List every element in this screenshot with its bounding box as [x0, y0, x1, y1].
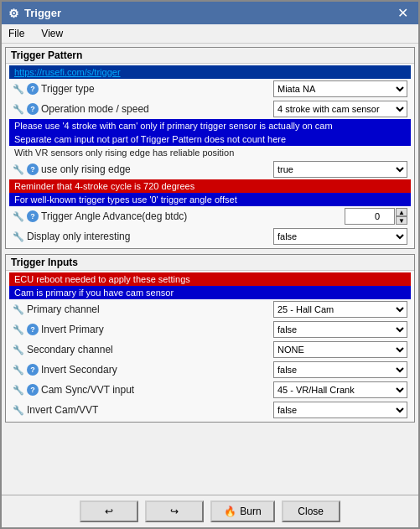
- secondary-channel-spanner-icon: 🔧: [13, 344, 24, 355]
- trigger-angle-label: Trigger Angle Advance(deg btdc): [41, 210, 187, 222]
- footer: ↩ ↪ 🔥 Burn Close: [2, 495, 418, 527]
- trigger-angle-spinner-buttons: ▲ ▼: [396, 208, 407, 225]
- trigger-type-spanner-icon: 🔧: [13, 83, 24, 95]
- trigger-angle-spinner-wrap: ▲ ▼: [345, 208, 407, 225]
- invert-primary-info-icon[interactable]: ?: [27, 324, 39, 335]
- alert-trigger-types: For well-known trigger types use '0' tri…: [9, 193, 411, 206]
- undo-button[interactable]: ↩: [80, 500, 138, 522]
- menu-view[interactable]: View: [38, 26, 66, 41]
- secondary-channel-label: Secondary channel: [27, 344, 113, 355]
- rising-edge-label-group: 🔧 ? use only rising edge: [13, 163, 273, 175]
- invert-cam-spanner-icon: 🔧: [13, 404, 24, 416]
- trigger-angle-info-icon[interactable]: ?: [27, 210, 39, 222]
- primary-channel-label-group: 🔧 Primary channel: [13, 303, 273, 315]
- trigger-angle-row: 🔧 ? Trigger Angle Advance(deg btdc) ▲ ▼: [9, 206, 411, 226]
- operation-mode-label-group: 🔧 ? Operation mode / speed: [13, 103, 273, 115]
- undo-icon: ↩: [105, 506, 113, 517]
- rising-edge-spanner-icon: 🔧: [13, 163, 24, 175]
- redo-icon: ↪: [170, 506, 179, 517]
- cam-sync-spanner-icon: 🔧: [13, 384, 24, 396]
- primary-channel-select[interactable]: 25 - Hall Cam NONE: [273, 301, 407, 318]
- operation-mode-label: Operation mode / speed: [41, 103, 149, 115]
- display-interesting-row: 🔧 Display only interesting false true: [9, 226, 411, 246]
- invert-primary-select[interactable]: false true: [273, 321, 407, 338]
- window-title: Trigger: [24, 7, 61, 19]
- invert-cam-select[interactable]: false true: [273, 402, 407, 418]
- alert-reboot: ECU reboot needed to apply these setting…: [9, 272, 411, 286]
- operation-mode-spanner-icon: 🔧: [13, 103, 24, 115]
- invert-secondary-spanner-icon: 🔧: [13, 364, 24, 376]
- display-interesting-label: Display only interesting: [27, 231, 130, 242]
- rising-edge-row: 🔧 ? use only rising edge true false: [9, 159, 411, 179]
- trigger-inputs-title: Trigger Inputs: [6, 255, 414, 271]
- close-label: Close: [298, 506, 324, 517]
- invert-secondary-row: 🔧 ? Invert Secondary false true: [9, 360, 411, 380]
- burn-label: Burn: [240, 506, 261, 517]
- rising-edge-label: use only rising edge: [41, 163, 131, 175]
- window-icon: ⚙: [8, 7, 19, 20]
- invert-primary-label: Invert Primary: [41, 324, 104, 335]
- invert-primary-spanner-icon: 🔧: [13, 324, 24, 335]
- secondary-channel-row: 🔧 Secondary channel NONE 1: [9, 340, 411, 360]
- menu-file[interactable]: File: [5, 26, 28, 41]
- burn-icon: 🔥: [224, 506, 236, 517]
- alert-cam-primary: Cam is primary if you have cam sensor: [9, 286, 411, 299]
- burn-button[interactable]: 🔥 Burn: [210, 500, 274, 522]
- trigger-link[interactable]: https://rusefi.com/s/trigger: [9, 65, 411, 79]
- menu-bar: File View: [2, 24, 418, 44]
- invert-secondary-select[interactable]: false true: [273, 361, 407, 378]
- cam-sync-row: 🔧 ? Cam Sync/VVT input 45 - VR/Hall Cran…: [9, 380, 411, 400]
- trigger-angle-up-button[interactable]: ▲: [396, 208, 407, 216]
- cam-sync-label-group: 🔧 ? Cam Sync/VVT input: [13, 384, 273, 396]
- trigger-type-info-icon[interactable]: ?: [27, 83, 39, 95]
- invert-primary-label-group: 🔧 ? Invert Primary: [13, 324, 273, 335]
- display-interesting-select[interactable]: false true: [273, 228, 407, 245]
- invert-secondary-label: Invert Secondary: [41, 364, 117, 376]
- invert-secondary-label-group: 🔧 ? Invert Secondary: [13, 364, 273, 376]
- trigger-angle-spanner-icon: 🔧: [13, 210, 24, 222]
- operation-mode-info-icon[interactable]: ?: [27, 103, 39, 115]
- rising-edge-info-icon[interactable]: ?: [27, 163, 39, 175]
- cam-sync-info-icon[interactable]: ?: [27, 384, 39, 396]
- trigger-type-row: 🔧 ? Trigger type Miata NA 1+1 60-2 36-1: [9, 79, 411, 99]
- title-bar-left: ⚙ Trigger: [8, 7, 61, 20]
- primary-channel-row: 🔧 Primary channel 25 - Hall Cam NONE: [9, 299, 411, 319]
- content-area: Trigger Pattern https://rusefi.com/s/tri…: [2, 44, 418, 495]
- invert-cam-row: 🔧 Invert Cam/VVT false true: [9, 400, 411, 420]
- invert-primary-row: 🔧 ? Invert Primary false true: [9, 319, 411, 340]
- rising-edge-select[interactable]: true false: [273, 161, 407, 178]
- title-bar: ⚙ Trigger ✕: [2, 2, 418, 24]
- info-vr-sensors: With VR sensors only rising edge has rel…: [9, 146, 411, 159]
- invert-secondary-info-icon[interactable]: ?: [27, 364, 39, 376]
- secondary-channel-label-group: 🔧 Secondary channel: [13, 344, 273, 355]
- cam-sync-label: Cam Sync/VVT input: [41, 384, 134, 396]
- display-interesting-spanner-icon: 🔧: [13, 231, 24, 242]
- invert-cam-label: Invert Cam/VVT: [27, 404, 98, 416]
- trigger-angle-input[interactable]: [345, 208, 395, 225]
- trigger-angle-down-button[interactable]: ▼: [396, 216, 407, 225]
- operation-mode-row: 🔧 ? Operation mode / speed 4 stroke with…: [9, 99, 411, 119]
- alert-720: Reminder that 4-stroke cycle is 720 degr…: [9, 179, 411, 193]
- close-button[interactable]: Close: [282, 500, 340, 522]
- operation-mode-select[interactable]: 4 stroke with cam sensor 4 stroke with c…: [273, 101, 407, 117]
- window-close-button[interactable]: ✕: [394, 5, 412, 21]
- primary-channel-spanner-icon: 🔧: [13, 303, 24, 315]
- trigger-inputs-content: ECU reboot needed to apply these setting…: [6, 271, 414, 422]
- trigger-type-select[interactable]: Miata NA 1+1 60-2 36-1: [273, 80, 407, 97]
- main-window: ⚙ Trigger ✕ File View Trigger Pattern ht…: [0, 0, 420, 529]
- invert-cam-label-group: 🔧 Invert Cam/VVT: [13, 404, 273, 416]
- trigger-angle-label-group: 🔧 ? Trigger Angle Advance(deg btdc): [13, 210, 345, 222]
- redo-button[interactable]: ↪: [145, 500, 204, 522]
- display-interesting-label-group: 🔧 Display only interesting: [13, 231, 273, 242]
- alert-separate-cam: Separate cam input not part of Trigger P…: [9, 132, 411, 146]
- secondary-channel-select[interactable]: NONE 1: [273, 341, 407, 358]
- trigger-pattern-group: Trigger Pattern https://rusefi.com/s/tri…: [5, 47, 415, 249]
- alert-stroke-cam: Please use '4 stroke with cam' only if p…: [9, 119, 411, 132]
- trigger-type-label: Trigger type: [41, 83, 95, 95]
- trigger-type-label-group: 🔧 ? Trigger type: [13, 83, 273, 95]
- cam-sync-select[interactable]: 45 - VR/Hall Crank NONE: [273, 381, 407, 398]
- trigger-pattern-content: https://rusefi.com/s/trigger 🔧 ? Trigger…: [6, 64, 414, 248]
- trigger-pattern-title: Trigger Pattern: [6, 48, 414, 64]
- trigger-inputs-group: Trigger Inputs ECU reboot needed to appl…: [5, 254, 415, 423]
- primary-channel-label: Primary channel: [27, 303, 100, 315]
